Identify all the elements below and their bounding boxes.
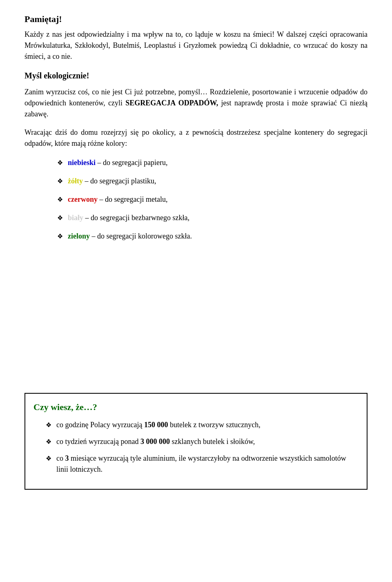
- pamieta-heading: Pamiętaj!: [24, 12, 368, 26]
- czy-wiesz-box: Czy wiesz, że…? co godzinę Polacy wyrzuc…: [24, 393, 368, 490]
- heading-section: Pamiętaj! Każdy z nas jest odpowiedzialn…: [24, 12, 368, 62]
- list-item: czerwony – do segregacji metalu,: [57, 194, 368, 205]
- spacer: [24, 254, 368, 385]
- color-word-yellow: żółty: [68, 176, 83, 187]
- pamieta-bold: Pamiętaj!: [24, 14, 62, 24]
- mysl-heading: Myśl ekologicznie!: [24, 69, 368, 82]
- list-item: biały – do segregacji bezbarwnego szkła,: [57, 212, 368, 223]
- page-content: Pamiętaj! Każdy z nas jest odpowiedzialn…: [24, 12, 368, 490]
- wracajac-paragraph: Wracając dziś do domu rozejrzyj się po o…: [24, 127, 368, 149]
- facts-list: co godzinę Polacy wyrzucają 150 000 bute…: [33, 419, 359, 475]
- color-word-blue: niebieski: [68, 157, 96, 168]
- fact-item-3: co 3 miesiące wyrzucają tyle aluminium, …: [46, 453, 359, 475]
- fact-bold-3: 3: [65, 454, 69, 462]
- segregacja-paragraph: Zanim wyrzucisz coś, co nie jest Ci już …: [24, 87, 368, 120]
- mysl-section: Myśl ekologicznie! Zanim wyrzucisz coś, …: [24, 69, 368, 149]
- intro-paragraph: Każdy z nas jest odpowiedzialny i ma wpł…: [24, 29, 368, 62]
- list-item: zielony – do segregacji kolorowego szkła…: [57, 231, 368, 242]
- fact-item-2: co tydzień wyrzucają ponad 3 000 000 szk…: [46, 436, 359, 447]
- color-word-red: czerwony: [68, 194, 98, 205]
- color-list: niebieski – do segregacji papieru, żółty…: [24, 157, 368, 242]
- list-item: żółty – do segregacji plastiku,: [57, 176, 368, 187]
- fact-bold-2: 3 000 000: [140, 437, 170, 446]
- czy-wiesz-heading: Czy wiesz, że…?: [33, 400, 359, 414]
- color-word-white: biały: [68, 212, 83, 223]
- color-word-green: zielony: [68, 231, 90, 242]
- segregacja-bold: SEGREGACJA ODPADÓW,: [125, 99, 218, 107]
- list-item: niebieski – do segregacji papieru,: [57, 157, 368, 168]
- fact-bold-1: 150 000: [144, 421, 168, 429]
- fact-item-1: co godzinę Polacy wyrzucają 150 000 bute…: [46, 419, 359, 430]
